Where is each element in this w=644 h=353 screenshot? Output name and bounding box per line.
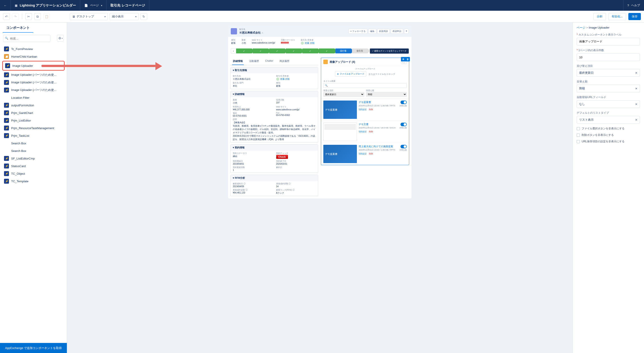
avatar [276,77,279,81]
clear-icon[interactable]: ✕ [635,71,638,75]
copy-button[interactable]: ⧉ [34,13,41,20]
component-item[interactable]: ⚡Prjm_ListEditor [2,117,64,124]
file-title[interactable]: 売上最大化に向けての施策提案 [359,145,398,148]
file-thumbnail[interactable]: デモ提案書 [323,100,357,119]
tab-activity[interactable]: 活動履歴 [248,58,260,65]
file-item: デモ提案書 デモ提案書 2020年12月01日 23:44 / 1.89 MB … [321,98,409,121]
component-item[interactable]: ⚡TC_Object [2,170,64,177]
image-uploader-component[interactable]: ✥ 🗑 画像アップロード (4) ⛶ ファイルアップロード ⬆ファイルをアップロ… [321,58,409,165]
check-button[interactable]: Check [276,155,288,159]
component-item[interactable]: ⚡SF_ListEditorCmp [2,155,64,162]
component-item[interactable]: Location Filter [2,94,64,101]
sort-field-select[interactable]: 最終更新日 [323,92,364,97]
file-settings-link[interactable]: 項目設定 [359,152,367,155]
zoom-selector[interactable]: 縮小表示 [110,13,139,20]
file-delete-link[interactable]: 削除 [369,152,373,155]
component-item[interactable]: ⚡Image Uploader (パーツのため使... [2,79,64,86]
component-item[interactable]: Search Box [2,147,64,155]
file-thumbnail[interactable] [323,123,357,141]
file-title[interactable]: デモ提案書 [359,100,398,104]
cut-button[interactable]: ✂ [25,13,32,20]
more-actions[interactable]: ▾ [404,29,409,34]
path-step[interactable]: ✓ [253,48,268,53]
component-item-image-uploader[interactable]: ⚡Image Uploader [3,62,64,69]
path-step[interactable]: ✓ [319,48,334,53]
component-item[interactable]: ⚡Prjm_TaskList [2,132,64,139]
edit-button[interactable]: 編集 [368,29,376,34]
clear-icon[interactable]: ✕ [635,118,638,122]
move-icon[interactable]: ✥ [401,57,406,61]
component-item[interactable]: ⚡Prjm_ResourceTaskManagement [2,124,64,132]
help-icon: ? [628,4,629,7]
follow-button[interactable]: + フォローする [348,29,368,34]
section-header[interactable]: ▾ 契約情報 [230,145,318,151]
submit-button[interactable]: 承認申請 [391,29,403,34]
appexchange-button[interactable]: AppExchange で追加コンポーネントを取得 [0,343,67,353]
clear-icon[interactable]: ✕ [635,87,638,90]
path-step[interactable]: ✓ [302,48,318,53]
path-complete-button[interactable]: ✓ 顧客セグメントを完了としてマーク [370,48,409,54]
new-opp-button[interactable]: 新規商談 [377,29,390,34]
field-label: *1ページ内の表示件数 [577,48,640,52]
path-step-current[interactable]: 流行客 [336,48,351,53]
file-delete-link[interactable]: 削除 [369,130,373,133]
checkbox-hide-url-setting[interactable]: URL保存項目の設定を非表示にする [577,140,640,143]
breadcrumb-page[interactable]: ページ [577,26,586,29]
path-toggle[interactable]: › [231,48,236,54]
path-step[interactable]: ✓ [269,48,285,53]
file-settings-link[interactable]: 項目設定 [359,108,367,111]
save-button[interactable]: 保存 [628,13,641,20]
clear-icon[interactable]: ✕ [635,102,638,106]
file-thumbnail[interactable]: デモ提案書 [323,145,357,163]
page-menu[interactable]: 📄 ページ ▾ [80,0,106,11]
section-header[interactable]: ▾ RFM分析 [230,175,318,181]
tab-opps[interactable]: 商談履歴 [278,58,290,65]
file-delete-link[interactable]: 削除 [369,108,373,111]
redo-button[interactable]: ↷ [12,13,19,20]
sort-order-select[interactable]: 降順✕ [577,85,640,92]
public-toggle[interactable] [400,123,407,126]
component-item[interactable]: ⚡Image Uploader (パーツのため使... [2,86,64,94]
undo-button[interactable]: ↶ [3,13,10,20]
component-item[interactable]: ⚡StatusCard [2,162,64,170]
public-toggle[interactable] [400,145,407,148]
sort-order-select[interactable]: 降順 [366,92,407,97]
path-step[interactable]: ✓ [286,48,302,53]
url-field-select[interactable]: なし✕ [577,100,640,108]
tab-detail[interactable]: 詳細情報 [232,58,244,65]
page-name: 取引先 レコードページ [106,0,149,11]
component-item[interactable]: ⚡Tc_FormPreview [2,45,64,53]
component-item[interactable]: ⚡outputFormAction [2,101,64,109]
display-label-input[interactable] [577,38,640,45]
component-item[interactable]: ⚡Prjm_GanttChart [2,109,64,117]
file-title[interactable]: デモ文書 [359,123,398,126]
section-header[interactable]: ▾ 取引先情報 [230,67,318,73]
path-step[interactable]: 優良客 [352,48,368,53]
help-button[interactable]: ? ヘルプ [623,0,644,11]
perpage-input[interactable] [577,53,640,61]
paste-button[interactable]: 📋 [43,13,50,20]
settings-button[interactable]: ⚙▾ [57,35,64,41]
title-search-input[interactable] [323,83,407,88]
list-type-select[interactable]: リスト表示✕ [577,116,640,124]
checkbox-hide-file-button[interactable]: ファイル選択ボタンを非表示にする [577,127,640,130]
refresh-button[interactable]: ↻ [140,13,147,20]
public-toggle[interactable] [400,100,407,104]
analyze-button[interactable]: 分析 [594,13,606,20]
checkbox-hide-delete[interactable]: 削除ボタンを非表示にする [577,133,640,137]
activate-button[interactable]: 有効化... [608,13,626,20]
component-item[interactable]: ▦Home/Child Kanban [2,53,64,60]
path-step[interactable]: ✓ [236,48,252,53]
device-selector[interactable]: 🖥 デスクトップ [70,13,108,20]
file-settings-link[interactable]: 項目設定 [359,130,367,133]
back-button[interactable]: ← [0,0,11,11]
delete-icon[interactable]: 🗑 [406,57,410,61]
upload-button[interactable]: ⬆ファイルをアップロード [335,71,366,77]
component-item[interactable]: ⚡TC_Template [2,177,64,185]
search-input[interactable] [3,35,50,42]
tab-chatter[interactable]: Chatter [264,58,274,65]
sort-field-select[interactable]: 最終更新日✕ [577,69,640,77]
section-header[interactable]: ▾ 詳細情報 [230,91,318,97]
component-item[interactable]: ⚡Image Uploader (パーツのため使... [2,71,64,79]
component-item[interactable]: Search Box [2,139,64,147]
